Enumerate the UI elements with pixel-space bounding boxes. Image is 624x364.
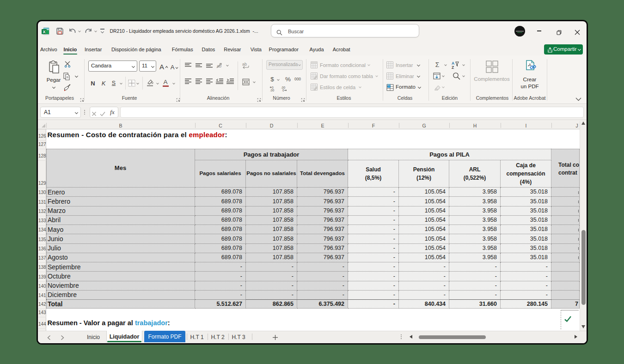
- svg-text:0: 0: [282, 89, 284, 92]
- svg-text:ab: ab: [217, 64, 221, 68]
- svg-text:.00: .00: [270, 89, 274, 92]
- svg-text:X: X: [43, 30, 45, 34]
- svg-text:Z: Z: [452, 65, 454, 69]
- svg-text:ab: ab: [242, 62, 247, 67]
